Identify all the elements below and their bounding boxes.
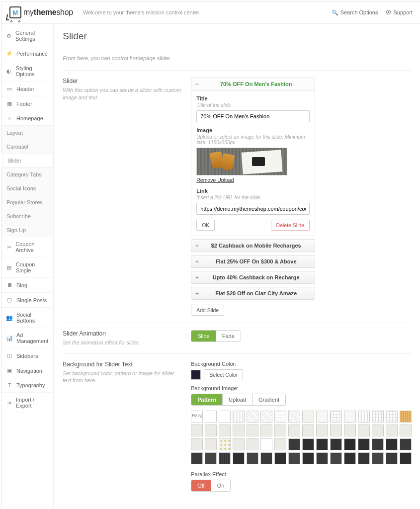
pattern-swatch[interactable] bbox=[316, 411, 328, 423]
pattern-swatch[interactable] bbox=[400, 411, 412, 423]
pattern-nobg[interactable]: No bg bbox=[191, 411, 203, 423]
nav-header[interactable]: ▭Header bbox=[1, 82, 53, 96]
nav-performance[interactable]: ⚡Performance bbox=[1, 46, 53, 61]
pattern-swatch[interactable] bbox=[344, 424, 356, 436]
pattern-swatch[interactable] bbox=[233, 424, 245, 436]
nav-sub-category-tabs[interactable]: Category Tabs bbox=[1, 168, 53, 181]
pattern-swatch[interactable] bbox=[205, 452, 217, 464]
pattern-swatch[interactable] bbox=[372, 424, 384, 436]
slide-toggle-2[interactable]: +Flat 25% OFF On $300 & Above bbox=[191, 255, 315, 267]
pattern-swatch[interactable] bbox=[247, 424, 258, 436]
pattern-swatch[interactable] bbox=[205, 411, 217, 423]
pattern-swatch[interactable] bbox=[233, 411, 245, 423]
nav-styling[interactable]: ◐Styling Options bbox=[1, 61, 53, 82]
pattern-swatch[interactable] bbox=[400, 452, 412, 464]
slide-toggle-0[interactable]: − 70% OFF On Men's Fashion bbox=[191, 78, 315, 90]
nav-single-posts[interactable]: ▢Single Posts bbox=[1, 293, 53, 308]
nav-coupon-archive[interactable]: ✂Coupon Archive bbox=[1, 237, 53, 257]
pattern-swatch[interactable] bbox=[219, 438, 231, 450]
pattern-swatch[interactable] bbox=[344, 411, 356, 423]
pattern-swatch[interactable] bbox=[302, 438, 314, 450]
pattern-swatch[interactable] bbox=[372, 452, 384, 464]
search-options-link[interactable]: 🔍 Search Options bbox=[332, 9, 378, 16]
pattern-swatch[interactable] bbox=[191, 424, 203, 436]
pattern-swatch[interactable] bbox=[191, 452, 203, 464]
link-input[interactable] bbox=[196, 203, 310, 215]
pattern-swatch[interactable] bbox=[330, 452, 342, 464]
pattern-swatch[interactable] bbox=[372, 438, 384, 450]
pattern-swatch[interactable] bbox=[260, 411, 272, 423]
pattern-swatch[interactable] bbox=[386, 438, 398, 450]
nav-typography[interactable]: TTypography bbox=[1, 378, 53, 393]
nav-sub-sign-up[interactable]: Sign Up bbox=[1, 223, 53, 237]
nav-navigation[interactable]: ▣Navigation bbox=[1, 363, 53, 378]
pattern-swatch[interactable] bbox=[260, 424, 272, 436]
nav-social-buttons[interactable]: 👥Social Buttons bbox=[1, 308, 53, 328]
slide-toggle-1[interactable]: +$2 Cashback on Mobile Recharges bbox=[191, 240, 315, 252]
nav-sidebars[interactable]: ◫Sidebars bbox=[1, 348, 53, 363]
pattern-swatch[interactable] bbox=[316, 452, 328, 464]
slide-toggle-3[interactable]: +Upto 40% Cashback on Recharge bbox=[191, 271, 315, 283]
tab-pattern[interactable]: Pattern bbox=[191, 394, 222, 405]
pattern-swatch[interactable] bbox=[330, 411, 342, 423]
slide-image-preview[interactable] bbox=[196, 148, 287, 175]
pattern-swatch[interactable] bbox=[358, 424, 370, 436]
pattern-swatch[interactable] bbox=[302, 452, 314, 464]
ok-button[interactable]: OK bbox=[196, 220, 215, 231]
pattern-swatch[interactable] bbox=[247, 452, 258, 464]
pattern-swatch[interactable] bbox=[260, 452, 272, 464]
pattern-swatch[interactable] bbox=[274, 411, 286, 423]
pattern-swatch[interactable] bbox=[344, 438, 356, 450]
delete-slide-button[interactable]: Delete Slide bbox=[271, 220, 310, 231]
pattern-swatch[interactable] bbox=[400, 424, 412, 436]
remove-upload-link[interactable]: Remove Upload bbox=[196, 177, 310, 183]
nav-sub-popular-stores[interactable]: Popular Stores bbox=[1, 195, 53, 209]
title-input[interactable] bbox=[196, 110, 310, 122]
pattern-swatch[interactable] bbox=[219, 452, 231, 464]
nav-sub-carousel[interactable]: Carousel bbox=[1, 140, 53, 154]
pattern-swatch[interactable] bbox=[358, 452, 370, 464]
pattern-swatch[interactable] bbox=[205, 424, 217, 436]
pattern-swatch[interactable] bbox=[358, 411, 370, 423]
support-link[interactable]: ⦿ Support bbox=[386, 9, 413, 16]
pattern-swatch[interactable] bbox=[386, 452, 398, 464]
pattern-swatch[interactable] bbox=[288, 424, 300, 436]
pattern-swatch[interactable] bbox=[302, 411, 314, 423]
pattern-swatch[interactable] bbox=[260, 438, 272, 450]
nav-sub-layout[interactable]: Layout bbox=[1, 126, 53, 140]
pattern-swatch[interactable] bbox=[386, 411, 398, 423]
pattern-swatch[interactable] bbox=[274, 424, 286, 436]
pattern-swatch[interactable] bbox=[330, 424, 342, 436]
tab-upload[interactable]: Upload bbox=[222, 394, 252, 405]
pattern-swatch[interactable] bbox=[358, 438, 370, 450]
nav-coupon-single[interactable]: ▤Coupon Single bbox=[1, 257, 53, 278]
tab-gradient[interactable]: Gradient bbox=[252, 394, 285, 405]
nav-footer[interactable]: ▦Footer bbox=[1, 96, 53, 111]
pattern-swatch[interactable] bbox=[372, 411, 384, 423]
parallax-on[interactable]: On bbox=[211, 480, 231, 491]
nav-import-export[interactable]: ➜Import / Export bbox=[1, 393, 53, 413]
nav-sub-slider[interactable]: Slider bbox=[1, 154, 53, 168]
pattern-swatch[interactable] bbox=[247, 411, 258, 423]
pattern-swatch[interactable] bbox=[316, 424, 328, 436]
parallax-off[interactable]: Off bbox=[191, 480, 210, 491]
pattern-swatch[interactable] bbox=[386, 424, 398, 436]
pattern-swatch[interactable] bbox=[400, 438, 412, 450]
pattern-swatch[interactable] bbox=[288, 452, 300, 464]
select-color-button[interactable]: Select Color bbox=[204, 369, 243, 380]
anim-fade[interactable]: Fade bbox=[216, 331, 241, 341]
pattern-swatch[interactable] bbox=[316, 438, 328, 450]
pattern-swatch[interactable] bbox=[233, 452, 245, 464]
nav-sub-subscribe[interactable]: Subscribe bbox=[1, 209, 53, 223]
pattern-swatch[interactable] bbox=[274, 438, 286, 450]
pattern-swatch[interactable] bbox=[344, 452, 356, 464]
nav-general-settings[interactable]: ⚙General Settings bbox=[1, 26, 53, 46]
nav-ad-management[interactable]: 📊Ad Management bbox=[1, 328, 53, 348]
pattern-swatch[interactable] bbox=[288, 411, 300, 423]
pattern-swatch[interactable] bbox=[302, 424, 314, 436]
pattern-swatch[interactable] bbox=[233, 438, 245, 450]
pattern-swatch[interactable] bbox=[274, 452, 286, 464]
pattern-swatch[interactable] bbox=[288, 438, 300, 450]
pattern-swatch[interactable] bbox=[247, 438, 258, 450]
color-swatch[interactable] bbox=[191, 370, 201, 380]
